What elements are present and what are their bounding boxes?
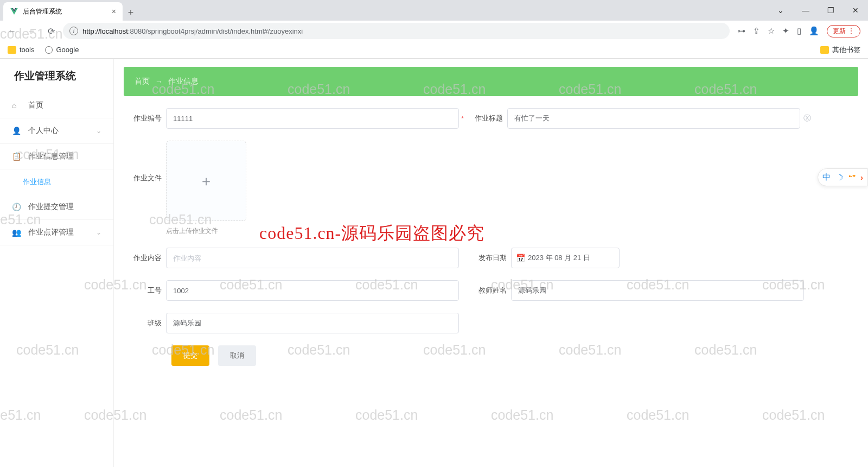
update-button[interactable]: 更新 <box>827 25 860 37</box>
homework-form: 作业编号 * 作业标题 ⓧ 作业文件 ＋ 点击上传作业文件 <box>114 108 868 366</box>
extension-icon[interactable]: ✦ <box>782 26 789 36</box>
minimize-icon[interactable]: — <box>793 6 818 15</box>
maximize-icon[interactable]: ❐ <box>818 6 843 15</box>
label-hw-content: 作业内容 <box>125 253 166 263</box>
breadcrumb: 首页 → 作业信息 <box>124 67 858 96</box>
publish-date-input[interactable] <box>511 248 620 268</box>
class-input[interactable] <box>166 313 459 333</box>
bookmark-bar: tools Google 其他书签 <box>0 41 868 59</box>
sidebar: 作业管理系统 ⌂ 首页 👤 个人中心 ⌄ 📋 作业信息管理 作业信息 🕘 作业提… <box>0 59 114 467</box>
close-window-icon[interactable]: ✕ <box>843 6 868 15</box>
url-domain: localhost <box>100 27 128 35</box>
bookmark-label: Google <box>56 46 79 54</box>
bookmark-label: 其他书签 <box>832 45 860 55</box>
url-text: http://localhost:8080/springboot4prsj/ad… <box>82 27 303 35</box>
home-icon: ⌂ <box>12 101 22 110</box>
arrow-right-icon: → <box>155 77 163 86</box>
sidebar-item-review-mgmt[interactable]: 👥 作业点评管理 ⌄ <box>0 220 113 245</box>
breadcrumb-current: 作业信息 <box>168 77 199 86</box>
arrow-right-icon[interactable]: › <box>860 173 863 182</box>
browser-chrome: 后台管理系统 × + ⌄ — ❐ ✕ ← → ⟳ i http://localh… <box>0 0 868 59</box>
breadcrumb-home[interactable]: 首页 <box>135 77 150 86</box>
chevron-down-icon[interactable]: ⌄ <box>768 6 793 15</box>
form-row-file: 作业文件 ＋ 点击上传作业文件 <box>125 141 857 236</box>
reload-button[interactable]: ⟳ <box>43 23 59 39</box>
vue-favicon-icon <box>10 7 18 16</box>
folder-icon <box>8 46 16 54</box>
url-path: :8080/springboot4prsj/admin/dist/index.h… <box>128 27 303 35</box>
url-field[interactable]: i http://localhost:8080/springboot4prsj/… <box>63 23 730 39</box>
back-button[interactable]: ← <box>4 23 20 39</box>
bookmark-other[interactable]: 其他书签 <box>820 45 860 55</box>
hw-title-input[interactable] <box>507 108 800 129</box>
hw-content-input[interactable] <box>166 248 459 268</box>
form-row-5: 班级 <box>125 313 857 333</box>
label-hw-no: 作业编号 <box>125 113 166 123</box>
cancel-button[interactable]: 取消 <box>218 345 256 366</box>
tab-strip: 后台管理系统 × + ⌄ — ❐ ✕ <box>0 0 868 21</box>
users-icon: 👥 <box>12 228 22 237</box>
quote-icon[interactable]: ❝ ❞ <box>848 174 855 181</box>
forward-button: → <box>24 23 39 39</box>
sidebar-item-label: 作业点评管理 <box>28 228 74 237</box>
sidebar-item-personal[interactable]: 👤 个人中心 ⌄ <box>0 118 113 144</box>
sidebar-menu: ⌂ 首页 👤 个人中心 ⌄ 📋 作业信息管理 作业信息 🕘 作业提交管理 👥 作… <box>0 93 113 467</box>
chevron-down-icon: ⌄ <box>96 229 101 236</box>
sidebar-item-hw-mgmt[interactable]: 📋 作业信息管理 <box>0 144 113 169</box>
date-picker-wrap: 📅 <box>511 248 620 268</box>
list-icon: 📋 <box>12 152 22 161</box>
moon-icon[interactable]: ☽ <box>836 173 843 182</box>
sidebar-subitem-hw-info[interactable]: 作业信息 <box>0 169 113 194</box>
site-info-icon[interactable]: i <box>69 27 78 35</box>
share-icon[interactable]: ⇪ <box>753 26 760 36</box>
address-bar-icons: ⊶ ⇪ ☆ ✦ ▯ 👤 更新 <box>734 25 864 37</box>
bookmark-tools[interactable]: tools <box>8 46 34 54</box>
window-controls: ⌄ — ❐ ✕ <box>768 0 868 21</box>
user-icon: 👤 <box>12 127 22 135</box>
group-hw-title: 作业标题 ⓧ <box>466 108 814 129</box>
label-job-no: 工号 <box>125 286 166 295</box>
ime-toolbar[interactable]: 中 ☽ ❝ ❞ › <box>818 168 868 186</box>
hw-no-input[interactable] <box>166 108 459 129</box>
key-icon[interactable]: ⊶ <box>737 26 745 36</box>
main-content: 首页 → 作业信息 作业编号 * 作业标题 ⓧ 作业文件 <box>114 59 868 467</box>
group-job-no: 工号 <box>125 280 459 301</box>
plus-icon: ＋ <box>199 172 213 191</box>
submit-button[interactable]: 提交 <box>171 345 209 366</box>
required-star: * <box>459 115 466 123</box>
close-tab-icon[interactable]: × <box>112 7 116 16</box>
profile-icon[interactable]: 👤 <box>809 26 819 36</box>
panel-icon[interactable]: ▯ <box>797 26 801 36</box>
form-buttons: 提交 取消 <box>125 345 857 366</box>
sidebar-item-home[interactable]: ⌂ 首页 <box>0 93 113 118</box>
form-row-4: 工号 教师姓名 <box>125 280 857 301</box>
form-row-1: 作业编号 * 作业标题 ⓧ <box>125 108 857 129</box>
url-protocol: http:// <box>82 27 100 35</box>
upload-hint: 点击上传作业文件 <box>166 226 246 236</box>
ime-lang-icon[interactable]: 中 <box>822 172 831 182</box>
sidebar-item-label: 个人中心 <box>28 126 59 136</box>
sidebar-item-submit-mgmt[interactable]: 🕘 作业提交管理 <box>0 194 113 220</box>
globe-icon <box>45 46 53 54</box>
app-container: 作业管理系统 ⌂ 首页 👤 个人中心 ⌄ 📋 作业信息管理 作业信息 🕘 作业提… <box>0 59 868 467</box>
label-class: 班级 <box>125 318 166 328</box>
label-teacher-name: 教师姓名 <box>470 286 511 295</box>
upload-wrapper: ＋ 点击上传作业文件 <box>166 141 246 236</box>
label-publish-date: 发布日期 <box>470 253 511 263</box>
teacher-name-input[interactable] <box>511 280 804 301</box>
star-icon[interactable]: ☆ <box>768 26 775 36</box>
group-teacher-name: 教师姓名 <box>470 280 804 301</box>
bookmark-label: tools <box>20 46 34 54</box>
bookmark-google[interactable]: Google <box>45 46 79 54</box>
chevron-down-icon: ⌄ <box>96 127 101 135</box>
new-tab-button[interactable]: + <box>123 4 139 21</box>
address-bar: ← → ⟳ i http://localhost:8080/springboot… <box>0 21 868 41</box>
update-label: 更新 <box>833 27 846 36</box>
label-hw-file: 作业文件 <box>125 141 166 183</box>
clear-input-icon[interactable]: ⓧ <box>800 113 814 123</box>
browser-tab[interactable]: 后台管理系统 × <box>3 2 123 21</box>
group-hw-content: 作业内容 <box>125 248 459 268</box>
job-no-input[interactable] <box>166 280 459 301</box>
sidebar-item-label: 首页 <box>28 100 43 110</box>
upload-box[interactable]: ＋ <box>166 141 246 221</box>
